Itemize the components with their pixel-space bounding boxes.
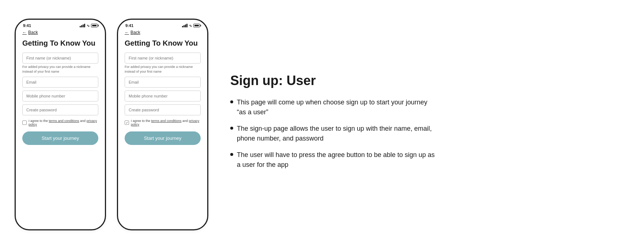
status-bar-1: 9:41 ∿ (16, 20, 105, 30)
bullet-icon (230, 153, 233, 156)
phone-input-2[interactable] (125, 91, 201, 101)
wifi-icon-1: ∿ (87, 24, 90, 28)
bullet-text-3: The user will have to press the agree bu… (237, 150, 435, 170)
signal-icon-1 (80, 24, 85, 27)
terms-text-1: I agree to the terms and conditions and … (29, 119, 98, 126)
terms-row-2: I agree to the terms and conditions and … (125, 119, 201, 126)
time-2: 9:41 (125, 23, 133, 28)
firstname-hint-1: For added privacy you can provide a nick… (22, 65, 98, 74)
start-button-1[interactable]: Start your journey (22, 131, 98, 145)
bullet-text-2: The sign-up page allows the user to sign… (237, 124, 435, 143)
email-field-1 (22, 77, 98, 88)
wifi-icon-2: ∿ (189, 24, 192, 28)
firstname-field-1: For added privacy you can provide a nick… (22, 53, 98, 74)
firstname-input-1[interactable] (22, 53, 98, 64)
page-title-1: Getting To Know You (22, 39, 98, 47)
firstname-hint-2: For added privacy you can provide a nick… (125, 65, 201, 74)
terms-link-1[interactable]: terms and conditions (49, 119, 79, 123)
email-input-1[interactable] (22, 77, 98, 88)
phone-field-1 (22, 91, 98, 101)
password-input-1[interactable] (22, 104, 98, 115)
list-item: The user will have to press the agree bu… (230, 150, 435, 170)
password-field-2 (125, 104, 201, 115)
back-link-1[interactable]: ← Back (22, 30, 98, 35)
status-icons-2: ∿ (182, 24, 200, 28)
list-item: The sign-up page allows the user to sign… (230, 124, 435, 143)
email-input-2[interactable] (125, 77, 201, 88)
signal-icon-2 (182, 24, 187, 27)
phone-frame-1: 9:41 ∿ ← Back Getting To Know You For ad… (15, 19, 106, 230)
back-arrow-icon-1: ← (22, 30, 27, 35)
back-label-1: Back (28, 30, 38, 35)
status-bar-2: 9:41 ∿ (118, 20, 207, 30)
list-item: This page will come up when choose sign … (230, 97, 435, 117)
phone1-content: ← Back Getting To Know You For added pri… (16, 30, 105, 152)
email-field-2 (125, 77, 201, 88)
terms-middle-1: and (79, 119, 87, 123)
terms-checkbox-2[interactable] (125, 120, 129, 125)
description-section: Sign up: User This page will come up whe… (223, 65, 435, 183)
phones-section: 9:41 ∿ ← Back Getting To Know You For ad… (15, 19, 208, 230)
start-button-2[interactable]: Start your journey (125, 131, 201, 145)
password-field-1 (22, 104, 98, 115)
description-list: This page will come up when choose sign … (230, 97, 435, 170)
back-link-2[interactable]: ← Back (125, 30, 201, 35)
status-icons-1: ∿ (80, 24, 98, 28)
terms-text-2: I agree to the terms and conditions and … (131, 119, 201, 126)
phone-field-2 (125, 91, 201, 101)
battery-icon-2 (193, 24, 200, 27)
phone-frame-2: 9:41 ∿ ← Back Getting To Know You For ad… (117, 19, 208, 230)
battery-icon-1 (91, 24, 98, 27)
firstname-input-2[interactable] (125, 53, 201, 64)
bullet-text-1: This page will come up when choose sign … (237, 97, 435, 117)
terms-link-2[interactable]: terms and conditions (151, 119, 182, 123)
terms-prefix-1: I agree to the (29, 119, 49, 123)
password-input-2[interactable] (125, 104, 201, 115)
phone-input-1[interactable] (22, 91, 98, 101)
terms-checkbox-1[interactable] (22, 120, 27, 125)
phone2-content: ← Back Getting To Know You For added pri… (118, 30, 207, 152)
bullet-icon (230, 127, 233, 130)
bullet-icon (230, 100, 233, 103)
firstname-field-2: For added privacy you can provide a nick… (125, 53, 201, 74)
back-arrow-icon-2: ← (125, 30, 129, 35)
terms-prefix-2: I agree to the (131, 119, 151, 123)
back-label-2: Back (130, 30, 140, 35)
terms-middle-2: and (182, 119, 189, 123)
page-title-2: Getting To Know You (125, 39, 201, 47)
description-title: Sign up: User (230, 73, 435, 88)
time-1: 9:41 (23, 23, 31, 28)
terms-row-1: I agree to the terms and conditions and … (22, 119, 98, 126)
